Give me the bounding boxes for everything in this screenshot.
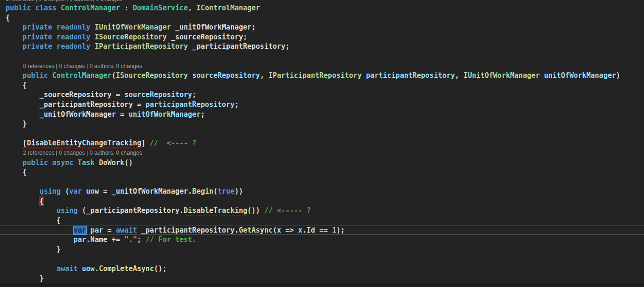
token: sourceRepository	[124, 91, 192, 99]
token: var	[69, 187, 82, 196]
token: public class	[6, 4, 61, 12]
token	[95, 159, 99, 167]
code-line[interactable]: _participantRepository = participantRepo…	[0, 100, 644, 110]
token: _unitOfWorkManager;	[171, 23, 256, 31]
token: )	[616, 71, 621, 80]
token: ,	[260, 71, 268, 80]
blank-line[interactable]	[0, 254, 644, 264]
token: IUnitOfWorkManager	[463, 71, 540, 80]
token: IUnitOfWorkManager	[95, 23, 171, 31]
token: sourceRepository	[192, 71, 260, 80]
token: ())	[247, 206, 264, 215]
token: ISourceRepository	[95, 33, 167, 41]
selected-word: var	[74, 226, 86, 234]
token: participantRepository	[146, 100, 235, 109]
token: participantRepository	[366, 71, 455, 80]
token: =>	[281, 226, 298, 234]
token: ]	[141, 139, 146, 147]
code-line[interactable]: [DisableEntityChangeTracking] // <---- ?	[0, 138, 644, 148]
token: _participantRepository.	[137, 226, 239, 234]
token: Begin	[192, 187, 213, 196]
token	[362, 71, 366, 80]
code-line[interactable]: {	[0, 196, 644, 206]
codelens-text: 2 references | 0 changes | 0 authors, 0 …	[23, 150, 142, 156]
code-line[interactable]: _sourceRepository = sourceRepository;	[0, 90, 644, 100]
token	[6, 197, 39, 205]
code-line[interactable]: {	[0, 81, 644, 91]
code-line[interactable]: public class ControlManager : DomainServ…	[0, 3, 644, 13]
code-line[interactable]: par.Name += "."; // For test.	[0, 235, 644, 245]
code-line[interactable]: await uow.CompleteAsync();	[0, 264, 644, 274]
token: {	[6, 168, 27, 176]
code-line[interactable]: {	[0, 13, 644, 23]
token: = _unitOfWorkManager.	[99, 187, 192, 196]
codelens-line[interactable]: 1 reference | 0 changes | 0 authors, 0 c…	[0, 0, 644, 3]
token: CompleteAsync	[99, 264, 154, 273]
code-line[interactable]: _unitOfWorkManager = unitOfWorkManager;	[0, 110, 644, 120]
codelens-line[interactable]: 0 references | 0 changes | 0 authors, 0 …	[0, 61, 644, 71]
token	[6, 235, 74, 244]
codelens-line[interactable]: 2 references | 0 changes | 0 authors, 0 …	[0, 148, 644, 158]
token: DomainService	[133, 4, 188, 12]
token: ControlManager	[52, 71, 111, 80]
error-squiggle-token: DisableTracking	[184, 206, 247, 215]
code-line[interactable]: {	[0, 216, 644, 226]
code-line[interactable]: public ControlManager(ISourceRepository …	[0, 71, 644, 81]
token: private readonly	[6, 33, 95, 41]
token: {	[6, 14, 10, 22]
token: GetAsync	[239, 226, 273, 234]
token: _sourceRepository;	[167, 33, 247, 41]
token: (	[273, 226, 277, 234]
code-line[interactable]: using (var uow = _unitOfWorkManager.Begi…	[0, 187, 644, 196]
token: true	[218, 187, 235, 196]
code-line[interactable]: var par = await _participantRepository.G…	[0, 226, 644, 235]
token: (	[112, 71, 116, 80]
brace-match-highlight: {	[39, 197, 44, 205]
token: {	[6, 216, 61, 225]
token: public async	[6, 159, 78, 167]
blank-line[interactable]	[0, 177, 644, 187]
token	[6, 226, 74, 234]
blank-line[interactable]	[0, 129, 644, 139]
using-keyword-with-suggestion-dots: using	[39, 187, 61, 196]
code-line[interactable]: private readonly ISourceRepository _sour…	[0, 32, 644, 42]
token: }	[6, 120, 27, 128]
token: ;	[200, 110, 205, 119]
token: _participantRepository =	[6, 100, 146, 109]
token: DoWork	[99, 159, 124, 167]
blank-line[interactable]	[0, 52, 644, 61]
code-line[interactable]: public async Task DoWork()	[0, 158, 644, 168]
code-line[interactable]: }	[0, 274, 644, 284]
token	[78, 264, 82, 273]
token: ControlManager	[61, 4, 120, 12]
token	[540, 71, 544, 80]
token: unitOfWorkManager	[544, 71, 616, 80]
code-line[interactable]: private readonly IParticipantRepository …	[0, 42, 644, 52]
token: IParticipantRepository	[268, 71, 362, 80]
token: ();	[154, 264, 167, 273]
code-area[interactable]: 1 reference | 0 changes | 0 authors, 0 c…	[0, 0, 644, 287]
token: public	[6, 71, 52, 80]
token: await	[56, 264, 77, 273]
token: IControlManager	[196, 4, 260, 12]
code-line[interactable]: private readonly IUnitOfWorkManager _uni…	[0, 23, 644, 32]
code-line[interactable]: }	[0, 119, 644, 129]
token	[6, 264, 56, 273]
code-line[interactable]: }	[0, 245, 644, 255]
token: (_participantRepository.	[78, 206, 184, 215]
token: // For test.	[146, 235, 196, 244]
code-editor: 1 reference | 0 changes | 0 authors, 0 c…	[0, 0, 644, 287]
token: Task	[78, 159, 95, 167]
token: unitOfWorkManager	[129, 110, 201, 119]
token: private readonly	[6, 42, 95, 51]
token	[82, 187, 86, 196]
token: :	[120, 4, 133, 12]
code-line[interactable]: using (_participantRepository.DisableTra…	[0, 206, 644, 216]
token	[6, 206, 56, 215]
token: "."	[124, 235, 137, 244]
token: .	[95, 264, 99, 273]
token: ,	[188, 4, 196, 12]
code-line[interactable]: {	[0, 167, 644, 177]
token: }	[6, 274, 44, 283]
token: x	[277, 226, 281, 234]
